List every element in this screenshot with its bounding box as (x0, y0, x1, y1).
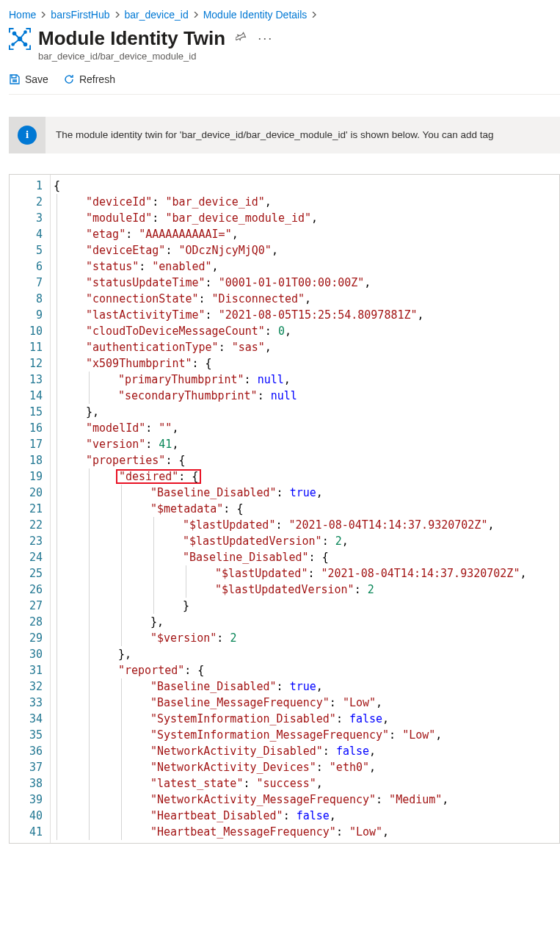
code-line[interactable]: "properties": { (51, 452, 559, 468)
line-number: 14 (10, 388, 43, 404)
line-number: 13 (10, 372, 43, 388)
line-number: 17 (10, 436, 43, 452)
more-actions-button[interactable]: ··· (258, 32, 273, 45)
code-line[interactable]: "Baseline_MessageFrequency": "Low", (51, 695, 559, 711)
code-line[interactable]: "status": "enabled", (51, 258, 559, 275)
line-number: 35 (10, 727, 43, 743)
code-line[interactable]: "cloudToDeviceMessageCount": 0, (51, 323, 559, 339)
code-line[interactable]: }, (51, 614, 559, 630)
line-number: 29 (10, 630, 43, 646)
line-number: 3 (10, 210, 43, 226)
line-number: 4 (10, 226, 43, 242)
code-line[interactable]: "moduleId": "bar_device_module_id", (51, 210, 559, 226)
code-line[interactable]: "version": 41, (51, 436, 559, 452)
breadcrumb-hub[interactable]: barsFirstHub (51, 9, 109, 21)
code-line[interactable]: }, (51, 404, 559, 420)
code-line[interactable]: "deviceId": "bar_device_id", (51, 194, 559, 210)
line-number: 23 (10, 533, 43, 549)
code-line[interactable]: "$lastUpdated": "2021-08-04T14:14:37.932… (51, 565, 559, 582)
svg-line-7 (13, 39, 20, 45)
line-number: 11 (10, 339, 43, 355)
code-line[interactable]: "desired": { (51, 468, 559, 485)
line-number: 21 (10, 501, 43, 517)
json-editor[interactable]: 1234567891011121314151617181920212223242… (9, 174, 560, 844)
line-number: 15 (10, 404, 43, 420)
info-banner: i The module identity twin for 'bar_devi… (9, 117, 560, 153)
line-number: 24 (10, 549, 43, 565)
line-number: 34 (10, 711, 43, 727)
line-number: 20 (10, 485, 43, 501)
line-number: 18 (10, 452, 43, 468)
line-number: 8 (10, 291, 43, 307)
line-number: 2 (10, 194, 43, 210)
code-line[interactable]: "SystemInformation_MessageFrequency": "L… (51, 727, 559, 743)
code-area[interactable]: {"deviceId": "bar_device_id","moduleId":… (51, 175, 559, 843)
code-line[interactable]: "$version": 2 (51, 630, 559, 646)
page-header: Module Identity Twin ··· bar_device_id/b… (9, 25, 560, 69)
code-line[interactable]: "NetworkActivity_Disabled": false, (51, 743, 559, 759)
line-number: 31 (10, 662, 43, 678)
code-line[interactable]: "statusUpdateTime": "0001-01-01T00:00:00… (51, 275, 559, 291)
line-number: 22 (10, 517, 43, 533)
code-line[interactable]: "reported": { (51, 662, 559, 678)
code-line[interactable]: "NetworkActivity_Devices": "eth0", (51, 759, 559, 775)
pin-icon[interactable] (236, 32, 247, 46)
line-number: 39 (10, 792, 43, 808)
line-number: 40 (10, 808, 43, 824)
code-line[interactable]: "modelId": "", (51, 420, 559, 436)
code-line[interactable]: "NetworkActivity_MessageFrequency": "Med… (51, 792, 559, 808)
save-icon (9, 73, 21, 85)
line-number: 36 (10, 743, 43, 759)
code-line[interactable]: "Heartbeat_Disabled": false, (51, 808, 559, 824)
line-number: 30 (10, 646, 43, 662)
line-number: 37 (10, 759, 43, 775)
svg-line-6 (20, 32, 26, 39)
refresh-icon (63, 73, 75, 85)
code-line[interactable]: "connectionState": "Disconnected", (51, 291, 559, 307)
line-number: 9 (10, 307, 43, 323)
code-line[interactable]: "lastActivityTime": "2021-08-05T15:25:54… (51, 307, 559, 323)
code-line[interactable]: } (51, 598, 559, 614)
line-number: 10 (10, 323, 43, 339)
code-line[interactable]: }, (51, 646, 559, 662)
code-line[interactable]: "Baseline_Disabled": true, (51, 485, 559, 501)
line-number: 26 (10, 582, 43, 598)
code-line[interactable]: "$lastUpdatedVersion": 2, (51, 533, 559, 549)
line-number: 38 (10, 775, 43, 792)
breadcrumb-device[interactable]: bar_device_id (125, 9, 189, 21)
info-icon: i (9, 117, 46, 153)
line-number: 32 (10, 678, 43, 695)
code-line[interactable]: { (51, 178, 559, 194)
chevron-right-icon (193, 12, 199, 18)
line-number: 19 (10, 468, 43, 485)
code-line[interactable]: "$metadata": { (51, 501, 559, 517)
save-button[interactable]: Save (9, 73, 48, 85)
breadcrumb: Home barsFirstHub bar_device_id Module I… (9, 9, 560, 25)
svg-line-5 (15, 34, 21, 40)
code-line[interactable]: "x509Thumbprint": { (51, 355, 559, 372)
code-line[interactable]: "etag": "AAAAAAAAAAI=", (51, 226, 559, 242)
line-number: 5 (10, 242, 43, 258)
code-line[interactable]: "primaryThumbprint": null, (51, 372, 559, 388)
line-number: 41 (10, 824, 43, 840)
code-line[interactable]: "SystemInformation_Disabled": false, (51, 711, 559, 727)
code-line[interactable]: "Heartbeat_MessageFrequency": "Low", (51, 824, 559, 840)
breadcrumb-module-identity-details[interactable]: Module Identity Details (203, 9, 308, 21)
line-number: 25 (10, 565, 43, 582)
svg-line-8 (20, 39, 26, 45)
code-line[interactable]: "secondaryThumbprint": null (51, 388, 559, 404)
refresh-button[interactable]: Refresh (63, 73, 115, 85)
code-line[interactable]: "Baseline_Disabled": true, (51, 678, 559, 695)
code-line[interactable]: "Baseline_Disabled": { (51, 549, 559, 565)
highlighted-desired-key: "desired": { (116, 469, 201, 484)
line-number: 12 (10, 355, 43, 372)
code-line[interactable]: "deviceEtag": "ODczNjcyMjQ0", (51, 242, 559, 258)
breadcrumb-home[interactable]: Home (9, 9, 36, 21)
code-line[interactable]: "$lastUpdated": "2021-08-04T14:14:37.932… (51, 517, 559, 533)
code-line[interactable]: "$lastUpdatedVersion": 2 (51, 582, 559, 598)
line-number-gutter: 1234567891011121314151617181920212223242… (10, 175, 51, 843)
code-line[interactable]: "authenticationType": "sas", (51, 339, 559, 355)
code-line[interactable]: "latest_state": "success", (51, 775, 559, 792)
chevron-right-icon (311, 12, 317, 18)
line-number: 33 (10, 695, 43, 711)
